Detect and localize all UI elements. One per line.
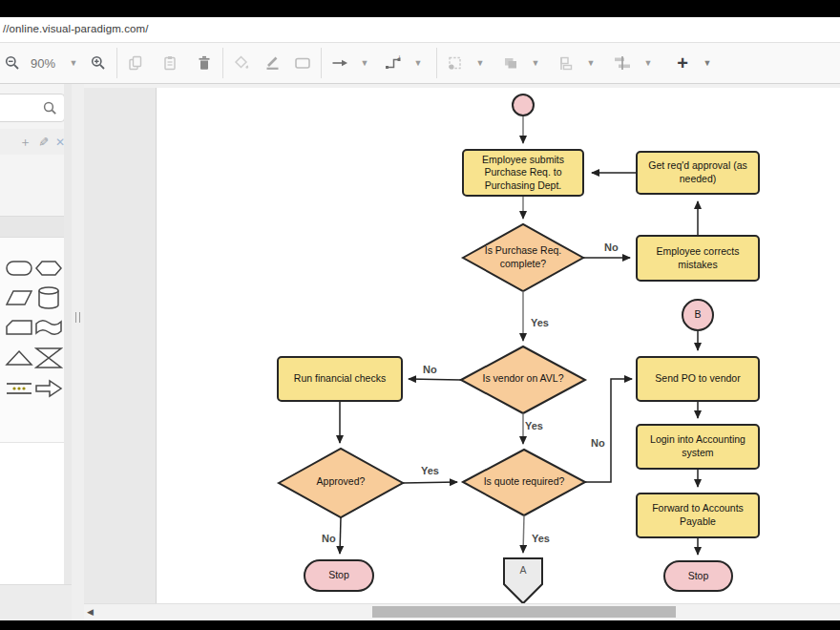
flow-node-correct-mistakes[interactable]: Employee corrects mistakes <box>636 235 760 282</box>
align-button[interactable] <box>554 49 578 77</box>
insert-button[interactable]: + <box>670 49 695 77</box>
align-icon <box>558 55 575 72</box>
edge-label-no[interactable]: No <box>423 364 437 375</box>
sidebar-dropzone-section: here <box>0 155 72 216</box>
selection-dropdown[interactable]: ▼ <box>468 49 493 77</box>
sidebar-scrollbar[interactable] <box>64 84 72 584</box>
chevron-down-icon: ▼ <box>412 58 425 68</box>
palette-shape-card[interactable] <box>5 317 33 338</box>
edit-pencil-icon[interactable]: ✎ <box>37 136 50 147</box>
palette-shape-collate[interactable] <box>34 346 63 370</box>
chevron-down-icon: ▼ <box>642 58 655 68</box>
palette-shape-arrow-right[interactable] <box>34 378 63 399</box>
zoom-in-icon <box>91 55 106 71</box>
chevron-down-icon: ▼ <box>702 58 714 68</box>
palette-shape-database[interactable] <box>34 285 63 310</box>
line-style-button[interactable] <box>260 49 284 77</box>
panel-gutter <box>72 84 84 620</box>
shape-palette <box>0 238 72 442</box>
pen-icon <box>264 55 281 71</box>
palette-shape-extract[interactable] <box>5 347 33 368</box>
toolbar-separator <box>436 48 437 78</box>
selection-icon <box>447 55 464 72</box>
paste-button[interactable] <box>158 49 182 77</box>
chevron-down-icon: ▼ <box>68 58 80 68</box>
copy-icon <box>128 55 143 71</box>
insert-dropdown[interactable]: ▼ <box>695 49 720 77</box>
toolbar-separator <box>116 48 117 78</box>
toolbar-separator <box>222 48 223 78</box>
shape-style-button[interactable] <box>290 49 315 77</box>
palette-shape-paper-tape[interactable] <box>34 317 63 338</box>
arrow-style-dropdown[interactable]: ▼ <box>352 49 377 77</box>
edge-label-no[interactable]: No <box>322 533 336 544</box>
palette-shape-preparation[interactable] <box>34 258 63 279</box>
paste-icon <box>162 55 178 71</box>
flow-node-run-financial-checks[interactable]: Run financial checks <box>277 356 403 402</box>
flow-node-forward-accounts[interactable]: Forward to Accounts Payable <box>636 493 760 538</box>
sidebar-section-divider <box>0 216 72 238</box>
search-icon <box>43 101 57 116</box>
sidebar-actions-row: ＋ ✎ ✕ <box>0 129 72 155</box>
zoom-in-button[interactable] <box>86 49 111 77</box>
flow-node-stop-left[interactable]: Stop <box>304 559 374 592</box>
paint-bucket-icon <box>234 55 250 71</box>
palette-shape-data[interactable] <box>5 287 33 308</box>
flow-node-start[interactable] <box>512 94 535 116</box>
visual-paradigm-online-editor: //online.visual-paradigm.com/ 90% ▼ <box>0 0 840 630</box>
rounded-rect-icon <box>294 55 311 71</box>
top-black-bar <box>0 0 840 17</box>
flow-node-login-accounting[interactable]: Login into Accounting system <box>636 424 760 470</box>
group-button[interactable] <box>498 49 523 77</box>
horizontal-scrollbar-thumb[interactable] <box>372 606 676 618</box>
add-icon[interactable]: ＋ <box>19 136 32 148</box>
edge-label-no[interactable]: No <box>591 437 605 449</box>
sidebar-empty-area <box>0 442 72 584</box>
flow-node-send-po[interactable]: Send PO to vendor <box>636 356 760 402</box>
trash-icon <box>197 55 212 71</box>
distribute-dropdown[interactable]: ▼ <box>636 49 661 77</box>
group-dropdown[interactable]: ▼ <box>523 49 548 77</box>
edge-label-yes[interactable]: Yes <box>531 317 549 328</box>
distribute-icon <box>613 55 632 71</box>
zoom-level-value: 90% <box>25 56 61 71</box>
copy-button[interactable] <box>123 49 148 77</box>
connector-style-dropdown[interactable]: ▼ <box>406 49 430 77</box>
zoom-out-button[interactable] <box>0 49 25 77</box>
chevron-down-icon: ▼ <box>474 58 487 68</box>
align-dropdown[interactable]: ▼ <box>578 49 603 77</box>
edge-label-yes[interactable]: Yes <box>525 420 543 431</box>
browser-url-bar[interactable]: //online.visual-paradigm.com/ <box>0 17 840 43</box>
flow-node-stop-right[interactable]: Stop <box>663 560 733 592</box>
panel-resize-handle[interactable] <box>75 312 80 323</box>
canvas-margin <box>84 88 157 603</box>
distribute-button[interactable] <box>609 49 636 77</box>
search-input[interactable] <box>0 94 65 122</box>
zoom-dropdown[interactable]: ▼ <box>61 49 86 77</box>
connector-style-button[interactable]: 1 <box>381 49 406 77</box>
chevron-down-icon: ▼ <box>530 58 542 68</box>
toolbar-separator <box>321 48 322 78</box>
flow-node-connector-b[interactable]: B <box>682 299 714 331</box>
palette-shape-terminator[interactable] <box>5 258 33 279</box>
group-layers-icon <box>502 55 519 71</box>
flow-node-get-approval[interactable]: Get req'd approval (as needed) <box>636 151 760 195</box>
elbow-connector-icon: 1 <box>385 55 402 71</box>
selection-button[interactable] <box>443 49 468 77</box>
scroll-left-arrow-icon[interactable]: ◀ <box>87 607 94 617</box>
edge-label-no[interactable]: No <box>604 242 619 253</box>
bottom-black-bar <box>0 620 840 630</box>
editor-toolbar: 90% ▼ ▼ 1 ▼ <box>0 43 840 84</box>
edge-label-yes[interactable]: Yes <box>421 465 439 476</box>
delete-button[interactable] <box>192 49 217 77</box>
svg-text:1: 1 <box>398 55 401 59</box>
chevron-down-icon: ▼ <box>359 58 371 68</box>
arrow-style-button[interactable] <box>327 49 352 77</box>
url-text: //online.visual-paradigm.com/ <box>3 23 148 34</box>
sidebar-footer-area <box>0 584 72 620</box>
fill-color-button[interactable] <box>229 49 254 77</box>
palette-shape-annotation[interactable] <box>5 378 33 399</box>
flow-node-submit-req[interactable]: Employee submits Purchase Req. to Purcha… <box>462 149 584 197</box>
plus-icon: + <box>677 53 688 73</box>
edge-label-yes[interactable]: Yes <box>532 533 550 544</box>
